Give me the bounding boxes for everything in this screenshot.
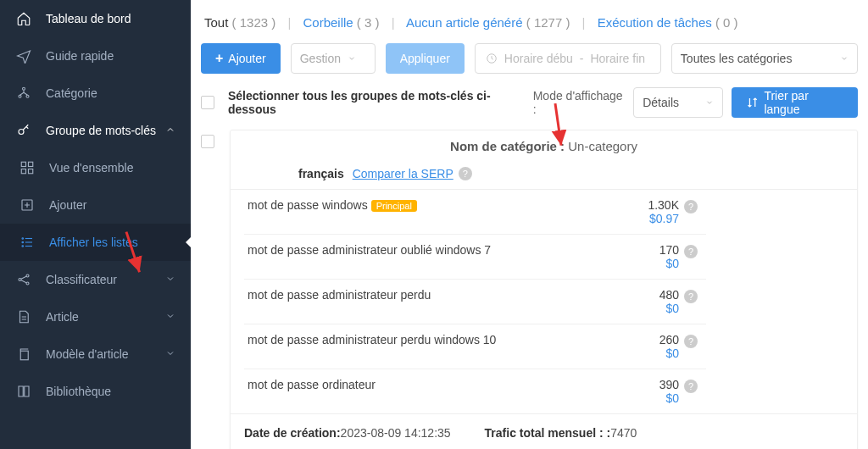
nav-label: Modèle d'article	[46, 347, 165, 361]
keyword-metrics: 480$0	[620, 288, 679, 315]
category-select[interactable]: Toutes les catégories	[671, 43, 858, 74]
tab-all[interactable]: Tout ( 1323 )	[204, 15, 275, 30]
nav-template[interactable]: Modèle d'article	[0, 335, 191, 373]
svg-rect-6	[21, 169, 25, 174]
svg-point-13	[26, 274, 29, 277]
row-checkbox[interactable]	[201, 135, 214, 148]
keyword-row[interactable]: mot de passe administrateur oublié windo…	[244, 235, 706, 280]
filter-bar: Sélectionner tous les groupes de mots-cl…	[201, 87, 858, 118]
help-icon[interactable]: ?	[459, 167, 472, 180]
keyword-name: mot de passe administrateur oublié windo…	[248, 243, 620, 257]
help-icon-wrap: ?	[679, 198, 703, 213]
keyword-name: mot de passe administrateur perdu	[248, 288, 620, 302]
sitemap-icon	[15, 85, 32, 102]
chevron-down-icon	[165, 310, 175, 324]
nav-label: Article	[46, 310, 165, 324]
help-icon[interactable]: ?	[684, 290, 698, 303]
keyword-price: $0	[620, 391, 679, 405]
keyword-row[interactable]: mot de passe administrateur perdu480$0?	[244, 280, 706, 324]
list-icon	[19, 234, 36, 251]
chevron-down-icon	[165, 273, 175, 286]
chevron-up-icon	[165, 124, 175, 137]
help-icon-wrap: ?	[679, 288, 703, 303]
language-name: français	[298, 167, 344, 180]
svg-point-3	[19, 130, 24, 135]
svg-rect-5	[29, 162, 33, 166]
select-all-label: Sélectionner tous les groupes de mots-cl…	[228, 89, 525, 116]
plane-icon	[15, 47, 32, 64]
principal-badge: Principal	[371, 200, 417, 212]
svg-point-11	[22, 246, 24, 247]
svg-point-1	[19, 95, 21, 97]
select-all-checkbox[interactable]	[201, 96, 214, 109]
help-icon-wrap: ?	[679, 243, 703, 258]
svg-point-9	[22, 238, 24, 240]
nav-guide[interactable]: Guide rapide	[0, 37, 191, 75]
compare-serp-link[interactable]: Comparer la SERP	[353, 167, 453, 180]
nav-label: Catégorie	[46, 86, 175, 100]
svg-rect-4	[21, 162, 25, 166]
clock-icon	[486, 53, 498, 64]
content-row: Nom de catégorie : Un-category français …	[201, 130, 858, 449]
nav-label: Classificateur	[46, 273, 165, 286]
nav-library[interactable]: Bibliothèque	[0, 373, 191, 410]
card-header: Nom de catégorie : Un-category	[231, 130, 857, 158]
keyword-row[interactable]: mot de passe windowsPrincipal1.30K$0.97?	[244, 190, 706, 235]
language-row: français Comparer la SERP ?	[231, 158, 857, 190]
nav-dashboard[interactable]: Tableau de bord	[0, 0, 191, 37]
nav-overview[interactable]: Vue d'ensemble	[0, 149, 191, 186]
display-mode-select[interactable]: Détails	[633, 87, 723, 118]
nav-label: Tableau de bord	[46, 12, 175, 25]
keyword-price: $0	[620, 257, 679, 270]
svg-point-10	[22, 241, 24, 243]
display-mode-label: Mode d'affichage :	[533, 89, 626, 116]
keyword-volume: 390	[620, 378, 679, 391]
grid-icon	[19, 159, 36, 176]
keyword-row[interactable]: mot de passe ordinateur390$0?	[244, 369, 706, 413]
help-icon-wrap: ?	[679, 378, 703, 393]
help-icon[interactable]: ?	[684, 380, 698, 393]
svg-point-0	[23, 87, 25, 90]
toolbar: Ajouter Gestion Appliquer Horaire débu -…	[201, 43, 858, 74]
nav-label: Guide rapide	[46, 49, 175, 63]
nav-add[interactable]: Ajouter	[0, 186, 191, 224]
keyword-metrics: 170$0	[620, 243, 679, 270]
keyword-row[interactable]: mot de passe administrateur perdu window…	[244, 324, 706, 369]
svg-rect-15	[20, 351, 28, 360]
keyword-volume: 260	[620, 333, 679, 346]
keyword-price: $0	[620, 346, 679, 360]
tab-no-article[interactable]: Aucun article généré ( 1277 )	[406, 15, 570, 30]
plus-box-icon	[19, 197, 36, 213]
add-button[interactable]: Ajouter	[201, 43, 281, 74]
copy-icon	[15, 346, 32, 363]
apply-button[interactable]: Appliquer	[386, 43, 465, 74]
tab-trash[interactable]: Corbeille ( 3 )	[303, 15, 379, 30]
nav-category[interactable]: Catégorie	[0, 75, 191, 112]
book-icon	[15, 383, 32, 400]
nav-label: Groupe de mots-clés	[46, 124, 165, 137]
date-range-input[interactable]: Horaire débu - Horaire fin	[475, 43, 661, 74]
keyword-volume: 1.30K	[620, 198, 679, 212]
help-icon-wrap: ?	[679, 333, 703, 348]
key-icon	[15, 122, 32, 139]
keyword-metrics: 390$0	[620, 378, 679, 405]
keyword-table: mot de passe windowsPrincipal1.30K$0.97?…	[244, 190, 706, 413]
help-icon[interactable]: ?	[684, 200, 698, 213]
nav-article[interactable]: Article	[0, 298, 191, 335]
tab-exec[interactable]: Exécution de tâches ( 0 )	[598, 15, 738, 30]
nav-show-lists[interactable]: Afficher les listes	[0, 224, 191, 261]
sort-by-lang-button[interactable]: Trier par langue	[732, 87, 858, 118]
nav-keyword-group[interactable]: Groupe de mots-clés	[0, 112, 191, 149]
keyword-price: $0.97	[620, 212, 679, 225]
keyword-metrics: 260$0	[620, 333, 679, 360]
card-footer: Date de création:2023-08-09 14:12:35 Tra…	[231, 413, 857, 449]
chevron-down-icon	[705, 96, 714, 109]
keyword-volume: 170	[620, 243, 679, 257]
help-icon[interactable]: ?	[684, 335, 698, 348]
nav-classifier[interactable]: Classificateur	[0, 261, 191, 298]
help-icon[interactable]: ?	[684, 245, 698, 258]
nav-label: Vue d'ensemble	[49, 161, 175, 175]
file-icon	[15, 308, 32, 325]
nav-label: Afficher les listes	[49, 236, 175, 249]
manage-select[interactable]: Gestion	[291, 43, 376, 74]
